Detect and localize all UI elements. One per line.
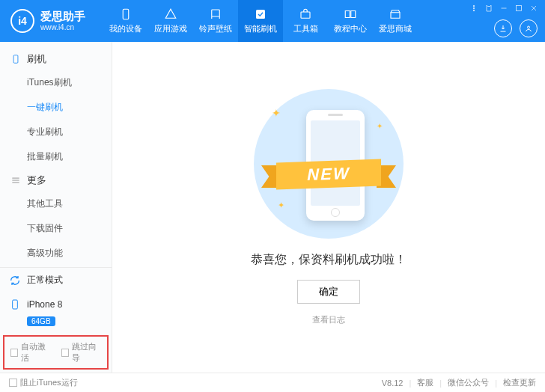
svg-rect-1 (212, 10, 220, 16)
sidebar-group-label: 刷机 (27, 52, 46, 66)
sidebar-group-more[interactable]: 更多 (0, 169, 112, 192)
wechat-link[interactable]: 微信公众号 (448, 377, 489, 388)
ribbon-text: NEW (307, 164, 350, 185)
nav-toolbox[interactable]: 工具箱 (283, 0, 328, 42)
star-icon: ✦ (278, 200, 284, 210)
svg-point-6 (473, 10, 475, 11)
svg-point-4 (473, 5, 475, 7)
top-nav: 我的设备 应用游戏 铃声壁纸 智能刷机 工具箱 教程中心 爱思商城 (103, 0, 418, 42)
music-icon (209, 7, 222, 21)
svg-point-8 (528, 26, 530, 28)
close-button[interactable] (529, 3, 539, 13)
settings-icon[interactable] (469, 3, 479, 13)
checkbox-block-itunes[interactable]: 阻止iTunes运行 (9, 377, 78, 388)
phone-icon (10, 54, 21, 64)
minimize-button[interactable] (499, 3, 509, 13)
checkbox-skip-guide[interactable]: 跳过向导 (61, 341, 102, 364)
mode-label: 正常模式 (27, 274, 63, 287)
nav-store[interactable]: 爱思商城 (373, 0, 418, 42)
refresh-icon (9, 275, 21, 287)
sidebar-bottom: 正常模式 iPhone 8 64GB 自动激活 跳过向导 (0, 267, 112, 373)
user-button[interactable] (520, 19, 538, 37)
nav-my-device[interactable]: 我的设备 (103, 0, 148, 42)
maximize-button[interactable] (514, 3, 524, 13)
nav-apps[interactable]: 应用游戏 (148, 0, 193, 42)
checkbox-icon (61, 349, 69, 357)
sidebar-group-flash[interactable]: 刷机 (0, 48, 112, 70)
star-icon: ✦ (377, 122, 383, 130)
sidebar-item-download-firmware[interactable]: 下载固件 (0, 216, 112, 241)
sidebar-group-label: 更多 (27, 174, 46, 187)
status-bar: 阻止iTunes运行 V8.12 | 客服 | 微信公众号 | 检查更新 (0, 373, 545, 392)
device-icon (9, 298, 21, 310)
nav-label: 应用游戏 (154, 23, 187, 34)
nav-ringtones[interactable]: 铃声壁纸 (193, 0, 238, 42)
check-update-link[interactable]: 检查更新 (503, 377, 536, 388)
checkbox-icon (10, 349, 18, 357)
svg-point-5 (473, 7, 475, 9)
nav-label: 教程中心 (334, 23, 367, 34)
logo: i4 爱思助手 www.i4.cn (10, 9, 85, 33)
star-icon: ✦ (272, 107, 281, 119)
nav-label: 工具箱 (293, 23, 318, 34)
checkbox-auto-activate[interactable]: 自动激活 (10, 341, 51, 364)
new-ribbon: NEW (261, 155, 396, 194)
version-label: V8.12 (382, 379, 404, 388)
nav-smart-flash[interactable]: 智能刷机 (238, 0, 283, 42)
device-info-row[interactable]: iPhone 8 (0, 293, 112, 316)
title-bar: i4 爱思助手 www.i4.cn 我的设备 应用游戏 铃声壁纸 智能刷机 工具… (0, 0, 545, 42)
app-url: www.i4.cn (40, 23, 85, 31)
tutorial-icon (344, 7, 357, 21)
app-title: 爱思助手 (40, 10, 85, 23)
sidebar-item-oneclick-flash[interactable]: 一键刷机 (0, 95, 112, 120)
sidebar-item-itunes-flash[interactable]: iTunes刷机 (0, 70, 112, 95)
device-name: iPhone 8 (27, 299, 62, 310)
svg-rect-3 (301, 12, 310, 18)
svg-rect-0 (123, 9, 129, 19)
success-illustration: ✦ ✦ ✦ NEW (254, 89, 404, 239)
checkbox-label: 自动激活 (21, 341, 50, 364)
checkbox-label: 跳过向导 (72, 341, 101, 364)
toolbox-icon (299, 7, 312, 21)
storage-badge: 64GB (27, 316, 55, 326)
sidebar-item-batch-flash[interactable]: 批量刷机 (0, 144, 112, 169)
window-controls (469, 3, 539, 13)
svg-rect-9 (13, 55, 18, 64)
ok-button[interactable]: 确定 (297, 280, 360, 304)
sidebar-item-advanced[interactable]: 高级功能 (0, 241, 112, 266)
skin-icon[interactable] (484, 3, 494, 13)
svg-rect-10 (13, 300, 18, 309)
device-icon (119, 7, 133, 21)
support-link[interactable]: 客服 (417, 377, 433, 388)
flash-icon (254, 7, 267, 21)
view-log-link[interactable]: 查看日志 (312, 314, 345, 325)
menu-icon (10, 175, 21, 186)
sidebar-item-other-tools[interactable]: 其他工具 (0, 192, 112, 216)
download-button[interactable] (494, 19, 512, 37)
nav-label: 我的设备 (109, 23, 142, 34)
device-storage-row: 64GB (0, 316, 112, 332)
nav-tutorials[interactable]: 教程中心 (328, 0, 373, 42)
apps-icon (164, 7, 177, 21)
nav-label: 爱思商城 (379, 23, 412, 34)
checkbox-icon (9, 379, 17, 387)
nav-label: 智能刷机 (244, 23, 277, 34)
main-content: ✦ ✦ ✦ NEW 恭喜您，保资料刷机成功啦！ 确定 查看日志 (112, 42, 545, 373)
logo-icon: i4 (10, 9, 34, 33)
store-icon (389, 7, 402, 21)
nav-label: 铃声壁纸 (199, 23, 232, 34)
sidebar-item-pro-flash[interactable]: 专业刷机 (0, 120, 112, 144)
options-box: 自动激活 跳过向导 (3, 335, 109, 370)
svg-rect-7 (517, 6, 522, 11)
sidebar: 刷机 iTunes刷机 一键刷机 专业刷机 批量刷机 更多 其他工具 下载固件 … (0, 42, 112, 373)
svg-rect-2 (256, 10, 265, 19)
device-mode-row[interactable]: 正常模式 (0, 268, 112, 293)
checkbox-label: 阻止iTunes运行 (20, 377, 78, 388)
success-message: 恭喜您，保资料刷机成功啦！ (251, 252, 407, 268)
